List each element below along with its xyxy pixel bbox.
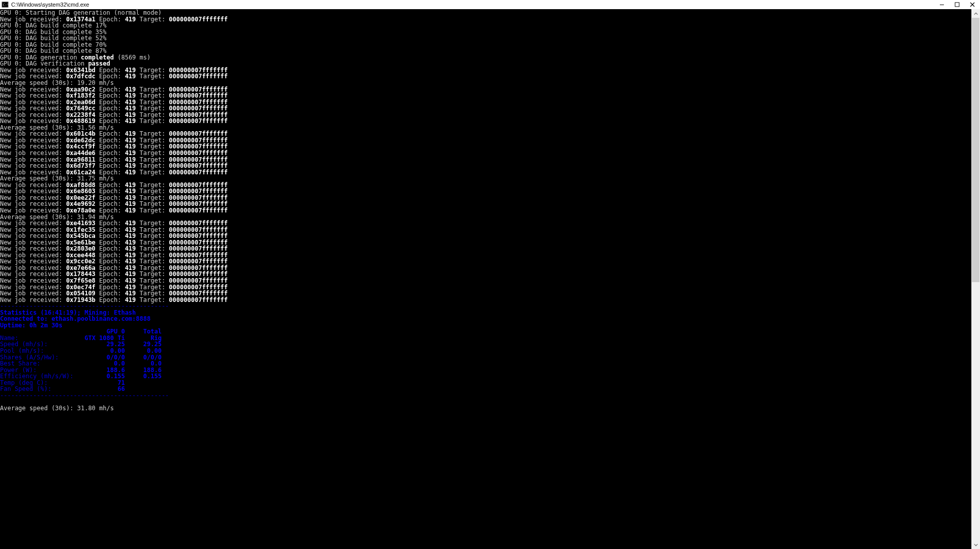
cmd-icon: C:\ bbox=[1, 1, 9, 9]
job-line: New job received: 0x488619 Epoch: 419 Ta… bbox=[0, 118, 971, 125]
dag-complete-line: GPU 0: DAG generation completed (8569 ms… bbox=[0, 54, 971, 61]
scroll-thumb[interactable] bbox=[972, 18, 979, 282]
log-line: GPU 0: DAG build complete 52% bbox=[0, 35, 971, 42]
terminal-output[interactable]: GPU 0: Starting DAG generation (normal m… bbox=[0, 9, 971, 549]
terminal-wrap: GPU 0: Starting DAG generation (normal m… bbox=[0, 9, 980, 549]
scroll-down-button[interactable] bbox=[971, 540, 980, 549]
scroll-up-button[interactable] bbox=[971, 9, 980, 18]
job-line: New job received: 0x1374a1 Epoch: 419 Ta… bbox=[0, 16, 971, 23]
log-line: GPU 0: DAG build complete 35% bbox=[0, 29, 971, 36]
svg-rect-3 bbox=[955, 3, 959, 7]
stats-divider: ----------------------------------------… bbox=[0, 392, 971, 399]
job-line: New job received: 0x7dfcdc Epoch: 419 Ta… bbox=[0, 73, 971, 80]
avg-speed-footer: Average speed (30s): 31.80 mh/s bbox=[0, 405, 971, 412]
vertical-scrollbar[interactable] bbox=[971, 9, 980, 549]
titlebar[interactable]: C:\ C:\Windows\system32\cmd.exe bbox=[0, 0, 980, 9]
minimize-button[interactable] bbox=[934, 0, 950, 9]
maximize-button[interactable] bbox=[950, 0, 965, 9]
window-title: C:\Windows\system32\cmd.exe bbox=[11, 2, 89, 8]
stats-divider: ----------------------------------------… bbox=[0, 303, 971, 310]
svg-text:C:\: C:\ bbox=[3, 3, 9, 7]
stats-connected: Connected to: ethash.poolbinance.com:888… bbox=[0, 316, 971, 322]
log-line: GPU 0: DAG build complete 70% bbox=[0, 42, 971, 48]
job-line: New job received: 0x61ca24 Epoch: 419 Ta… bbox=[0, 169, 971, 176]
log-line: GPU 0: DAG build complete 17% bbox=[0, 22, 971, 29]
scroll-track[interactable] bbox=[971, 18, 980, 540]
close-button[interactable] bbox=[965, 0, 980, 9]
svg-rect-2 bbox=[940, 5, 944, 5]
job-line: New job received: 0xe78a0e Epoch: 419 Ta… bbox=[0, 207, 971, 214]
